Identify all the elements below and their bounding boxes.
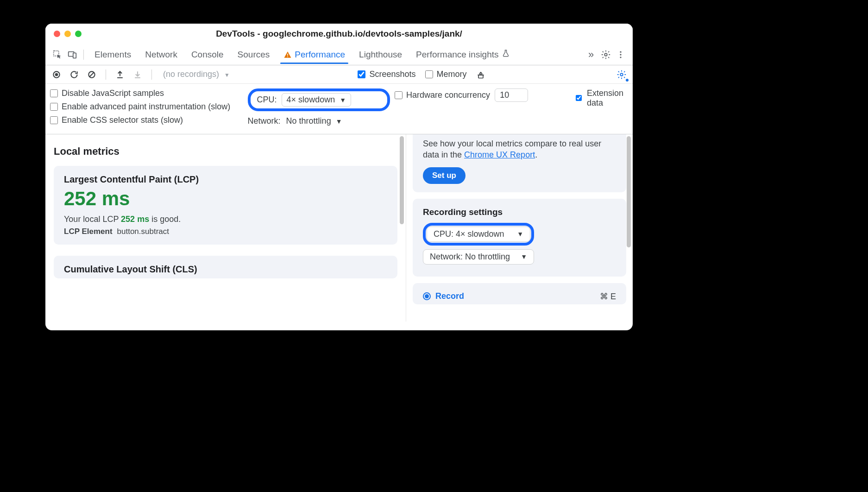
field-data-panel: See how your local metrics compare to re… xyxy=(413,134,626,192)
tab-network[interactable]: Network xyxy=(139,46,183,63)
network-recording-select[interactable]: Network: No throttling▼ xyxy=(423,249,534,265)
inspect-element-icon[interactable] xyxy=(51,48,64,61)
record-button[interactable] xyxy=(50,68,63,81)
lcp-element-row: LCP Element button.subtract xyxy=(64,227,387,236)
record-shortcut: ⌘ E xyxy=(600,291,616,302)
cpu-throttle-highlight: CPU: 4× slowdown ▼ xyxy=(248,88,390,111)
recording-settings-panel: Recording settings CPU: 4× slowdown▼ Net… xyxy=(413,199,626,277)
tab-lighthouse[interactable]: Lighthouse xyxy=(353,46,408,63)
panel-tabs: Elements Network Console Sources Perform… xyxy=(45,44,633,65)
css-selector-stats-checkbox[interactable]: Enable CSS selector stats (slow) xyxy=(50,115,243,125)
separator xyxy=(83,50,84,60)
disable-js-samples-checkbox[interactable]: Disable JavaScript samples xyxy=(50,88,243,98)
cpu-recording-highlight: CPU: 4× slowdown▼ xyxy=(423,223,534,246)
side-scrollbar[interactable] xyxy=(624,134,633,322)
chevron-down-icon: ▼ xyxy=(336,118,342,125)
memory-checkbox[interactable]: Memory xyxy=(425,69,467,79)
tab-performance[interactable]: Performance xyxy=(277,46,351,63)
lcp-card: Largest Contentful Paint (LCP) 252 ms Yo… xyxy=(54,166,397,245)
flask-icon xyxy=(502,49,510,60)
lcp-title: Largest Contentful Paint (LCP) xyxy=(64,174,387,185)
window-title: DevTools - googlechrome.github.io/devtoo… xyxy=(82,29,597,39)
extension-data-label: Extension data xyxy=(587,88,628,107)
upload-button[interactable] xyxy=(113,68,126,81)
chevron-down-icon: ▼ xyxy=(224,72,230,78)
cls-card: Cumulative Layout Shift (CLS) xyxy=(54,256,397,278)
clear-button[interactable] xyxy=(85,68,98,81)
device-toolbar-icon[interactable] xyxy=(66,48,79,61)
screenshots-checkbox[interactable]: Screenshots xyxy=(358,69,415,79)
local-metrics-heading: Local metrics xyxy=(54,145,397,158)
cls-title: Cumulative Layout Shift (CLS) xyxy=(64,264,387,275)
lcp-sentence: Your local LCP 252 ms is good. xyxy=(64,214,387,224)
tab-console[interactable]: Console xyxy=(185,46,230,63)
svg-point-5 xyxy=(604,53,607,56)
network-throttle-select[interactable]: No throttling ▼ xyxy=(285,115,343,127)
hardware-concurrency-checkbox[interactable]: Hardware concurrency xyxy=(395,90,490,100)
recordings-dropdown[interactable]: (no recordings) ▼ xyxy=(163,69,230,79)
more-tabs-button[interactable]: » xyxy=(585,48,598,61)
screenshots-checkbox-input[interactable] xyxy=(358,70,365,78)
record-panel: Record ⌘ E xyxy=(413,283,626,304)
svg-rect-2 xyxy=(73,53,76,58)
main-scrollbar[interactable] xyxy=(397,134,406,322)
record-action[interactable]: Record xyxy=(423,291,464,301)
chrome-ux-report-link[interactable]: Chrome UX Report xyxy=(464,150,535,159)
svg-rect-3 xyxy=(288,53,289,56)
recording-toolbar: (no recordings) ▼ Screenshots Memory xyxy=(45,65,633,84)
cpu-label: CPU: xyxy=(257,95,277,105)
capture-settings-gear-icon[interactable] xyxy=(615,68,628,81)
cpu-recording-select[interactable]: CPU: 4× slowdown▼ xyxy=(427,227,530,242)
tab-sources[interactable]: Sources xyxy=(232,46,276,63)
devtools-window: DevTools - googlechrome.github.io/devtoo… xyxy=(45,24,633,330)
collect-garbage-icon[interactable] xyxy=(474,68,487,81)
tab-perf-insights-label: Performance insights xyxy=(416,50,498,60)
download-button[interactable] xyxy=(131,68,144,81)
warning-icon xyxy=(283,50,292,59)
close-window-button[interactable] xyxy=(54,31,60,37)
set-up-button[interactable]: Set up xyxy=(423,167,465,184)
kebab-menu-icon[interactable] xyxy=(614,48,627,61)
network-label: Network: xyxy=(248,116,281,126)
separator xyxy=(151,69,152,80)
side-panel: See how your local metrics compare to re… xyxy=(406,134,633,322)
svg-point-7 xyxy=(620,54,621,55)
lcp-element-value[interactable]: button.subtract xyxy=(117,227,169,236)
advanced-paint-checkbox[interactable]: Enable advanced paint instrumentation (s… xyxy=(50,102,243,112)
tab-elements[interactable]: Elements xyxy=(88,46,137,63)
chevron-down-icon: ▼ xyxy=(521,253,527,260)
capture-settings-bar: Disable JavaScript samples Enable advanc… xyxy=(45,84,633,134)
zoom-window-button[interactable] xyxy=(75,31,82,37)
tab-performance-label: Performance xyxy=(295,50,345,60)
reload-record-button[interactable] xyxy=(68,68,81,81)
svg-line-12 xyxy=(89,72,94,77)
chevron-down-icon: ▼ xyxy=(340,96,346,104)
separator xyxy=(106,69,106,80)
traffic-lights xyxy=(54,31,82,37)
recording-settings-heading: Recording settings xyxy=(423,207,616,217)
lcp-value: 252 ms xyxy=(64,188,387,210)
lcp-element-label: LCP Element xyxy=(64,227,113,236)
svg-rect-13 xyxy=(478,75,483,78)
record-icon xyxy=(423,292,431,300)
svg-point-14 xyxy=(620,73,623,76)
field-data-text: See how your local metrics compare to re… xyxy=(423,138,616,161)
settings-gear-icon[interactable] xyxy=(599,48,612,61)
main-panel: Local metrics Largest Contentful Paint (… xyxy=(45,134,406,322)
hardware-concurrency-input[interactable] xyxy=(495,88,528,102)
memory-checkbox-input[interactable] xyxy=(425,70,433,78)
svg-point-6 xyxy=(620,51,621,52)
extension-data-checkbox[interactable] xyxy=(576,95,582,101)
tab-perf-insights[interactable]: Performance insights xyxy=(410,45,516,63)
content-area: Local metrics Largest Contentful Paint (… xyxy=(45,134,633,322)
svg-point-10 xyxy=(55,73,58,76)
cpu-throttle-select[interactable]: 4× slowdown ▼ xyxy=(282,93,351,107)
minimize-window-button[interactable] xyxy=(64,31,71,37)
chevron-down-icon: ▼ xyxy=(517,230,523,238)
titlebar: DevTools - googlechrome.github.io/devtoo… xyxy=(45,24,633,44)
svg-rect-4 xyxy=(288,56,289,57)
svg-point-8 xyxy=(620,57,621,58)
